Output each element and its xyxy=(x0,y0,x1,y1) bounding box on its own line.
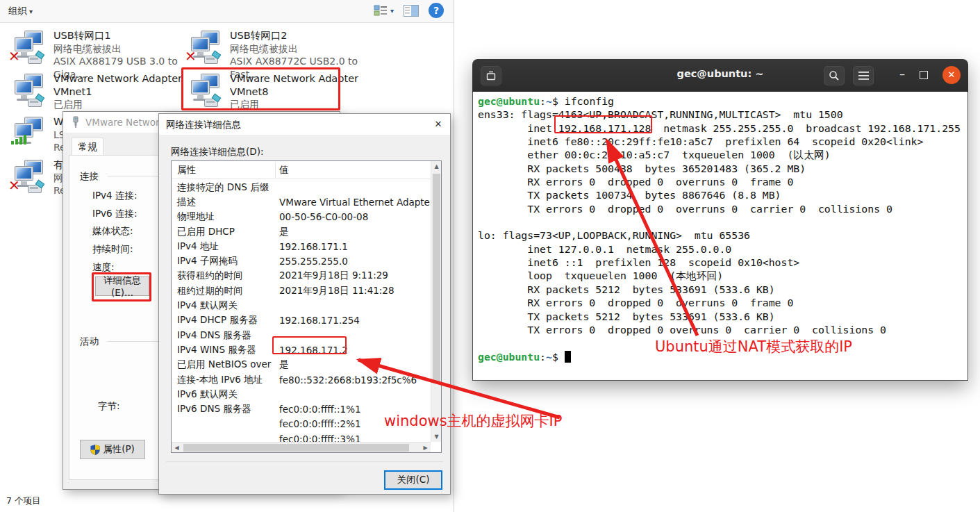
help-button[interactable]: ? xyxy=(429,3,444,18)
table-row: 连接-本地 IPv6 地址fe80::532:2668:b193:2f5c%6 xyxy=(172,372,431,387)
scrollbar-thumb[interactable] xyxy=(183,444,409,452)
change-view-button[interactable]: ▾ xyxy=(374,4,394,17)
adapter-item-usb1[interactable]: ✕ USB转网口1 网络电缆被拔出 ASIX AX88179 USB 3.0 t… xyxy=(10,29,183,71)
details-table-rows: 连接特定的 DNS 后缀描述VMware Virtual Ethernet Ad… xyxy=(172,180,431,446)
table-header: 属性 值 xyxy=(172,161,431,179)
table-row: IPv6 默认网关 xyxy=(172,387,431,402)
network-adapter-enabled-icon xyxy=(10,74,49,111)
scroll-up-icon[interactable]: ▲ xyxy=(431,161,442,172)
annotation-windows-ip: windows主机的虚拟网卡IP xyxy=(384,411,562,431)
terminal-line: RX packets 5212 bytes 533691 (533.6 KB) xyxy=(478,283,967,297)
red-x-icon: ✕ xyxy=(8,179,20,192)
ipv6-connect-label: IPv6 连接: xyxy=(92,208,138,220)
menu-button[interactable] xyxy=(853,66,874,85)
network-details-dialog: 网络连接详细信息 ✕ 网络连接详细信息(D): 属性 值 连接特定的 DNS 后… xyxy=(158,113,451,495)
group-activity-label: 活动 xyxy=(80,336,99,348)
table-row: 获得租约的时间2021年9月18日 9:11:29 xyxy=(172,269,431,283)
organize-label: 组织 xyxy=(8,5,27,16)
table-row: 租约过期的时间2021年9月18日 11:41:28 xyxy=(172,283,431,298)
terminal-line: RX packets 500438 bytes 365201483 (365.2… xyxy=(478,163,967,176)
item-count-label: 7 个项目 xyxy=(6,495,40,507)
rj45-plug-icon xyxy=(28,185,42,193)
uac-shield-icon xyxy=(90,445,100,455)
terminal-cursor xyxy=(565,351,571,363)
tab-general[interactable]: 常规 xyxy=(72,138,103,156)
dialog-divider xyxy=(166,461,443,462)
rj45-plug-icon xyxy=(204,56,218,64)
terminal-line: inet 192.168.171.128 netmask 255.255.255… xyxy=(478,122,967,135)
terminal-line: ens33: flags=4163<UP,BROADCAST,RUNNING,M… xyxy=(478,108,967,122)
adapter-status: 网络电缆被拔出 xyxy=(230,42,359,56)
horizontal-scrollbar[interactable]: ◀ ▶ xyxy=(172,442,431,452)
network-adapter-wifi-icon xyxy=(10,117,49,154)
vertical-scrollbar[interactable]: ▲ ▼ xyxy=(431,161,441,442)
terminal-line: gec@ubuntu:~$ ifconfig xyxy=(478,95,967,108)
table-row: IPv4 地址192.168.171.1 xyxy=(172,239,431,254)
terminal-line xyxy=(478,216,967,229)
highlight-box-terminal-ip xyxy=(554,115,652,133)
highlight-box-vmnet8 xyxy=(181,67,340,110)
table-row: 物理地址00-50-56-C0-00-08 xyxy=(172,210,431,224)
minimize-button[interactable]: – xyxy=(892,65,913,85)
hamburger-menu-icon xyxy=(858,72,869,80)
terminal-line: inet6 fe80::20c:29ff:fe10:a5c7 prefixlen… xyxy=(478,135,967,149)
adapter-status: 网络电缆被拔出 xyxy=(53,42,183,56)
table-row: 已启用 NetBIOS over Tc...是 xyxy=(172,358,431,372)
network-adapter-disconnected-icon: ✕ xyxy=(186,31,225,68)
preview-pane-icon xyxy=(404,5,419,17)
wifi-signal-icon xyxy=(11,135,26,144)
scroll-left-icon[interactable]: ◀ xyxy=(172,443,182,453)
annotation-ubuntu-ip: Ubuntu通过NAT模式获取的IP xyxy=(655,337,852,356)
adapter-name: USB转网口2 xyxy=(230,29,359,42)
column-property: 属性 xyxy=(177,164,196,176)
scrollbar-thumb[interactable] xyxy=(433,174,440,382)
close-button[interactable]: ✕ xyxy=(942,66,961,84)
scroll-right-icon[interactable]: ▶ xyxy=(420,443,431,453)
red-x-icon: ✕ xyxy=(185,49,197,63)
scroll-down-icon[interactable]: ▼ xyxy=(431,431,442,442)
table-row: 已启用 DHCP是 xyxy=(172,224,431,239)
terminal-line: lo: flags=73<UP,LOOPBACK,RUNNING> mtu 65… xyxy=(478,229,967,242)
details-table: 属性 值 连接特定的 DNS 后缀描述VMware Virtual Ethern… xyxy=(171,160,442,453)
adapter-item-usb2[interactable]: ✕ USB转网口2 网络电缆被拔出 ASIX AX88772C USB2.0 t… xyxy=(186,29,360,71)
rj45-plug-icon xyxy=(28,56,42,64)
ipv4-connect-label: IPv4 连接: xyxy=(92,190,138,202)
explorer-toolbar: 组织▾ ▾ ? xyxy=(0,0,454,23)
view-options-icon xyxy=(374,4,388,17)
terminal-line: TX errors 0 dropped 0 overruns 0 carrier… xyxy=(478,324,967,337)
organize-menu[interactable]: 组织▾ xyxy=(8,5,33,17)
dialog-title: 网络连接详细信息 xyxy=(166,119,241,131)
table-row: 连接特定的 DNS 后缀 xyxy=(172,180,431,195)
table-row: 描述VMware Virtual Ethernet Adapter for xyxy=(172,195,431,209)
highlight-box-wins-ip xyxy=(272,336,347,354)
close-button[interactable]: 关闭(C) xyxy=(384,470,442,490)
terminal-line: loop txqueuelen 1000 (本地环回) xyxy=(478,270,967,283)
terminal-line: ether 00:0c:29:10:a5:c7 txqueuelen 1000 … xyxy=(478,149,967,162)
terminal-window: gec@ubuntu: ~ – ✕ gec@ubuntu:~$ ifconfig… xyxy=(472,59,968,381)
adapter-name: VMware Network Adapter VMnet1 xyxy=(53,72,183,98)
network-adapter-disconnected-icon: ✕ xyxy=(10,31,49,68)
media-state-label: 媒体状态: xyxy=(92,225,133,238)
terminal-line: inet6 ::1 prefixlen 128 scopeid 0x10<hos… xyxy=(478,256,967,270)
dialog-titlebar[interactable]: 网络连接详细信息 ✕ xyxy=(159,114,450,135)
search-button[interactable] xyxy=(824,66,845,85)
terminal-line: RX errors 0 dropped 0 overruns 0 frame 0 xyxy=(478,297,967,310)
duration-label: 持续时间: xyxy=(92,243,133,256)
terminal-line: TX errors 0 dropped 0 overruns 0 carrier… xyxy=(478,203,967,216)
properties-button[interactable]: 属性(P) xyxy=(80,440,145,459)
adapter-device-icon xyxy=(70,116,81,129)
table-row: IPv4 DHCP 服务器192.168.171.254 xyxy=(172,313,431,328)
table-row: IPv4 子网掩码255.255.255.0 xyxy=(172,254,431,268)
rj45-plug-icon xyxy=(28,99,42,107)
close-icon[interactable]: ✕ xyxy=(426,114,450,135)
preview-pane-button[interactable] xyxy=(404,5,419,17)
network-adapter-disconnected-icon: ✕ xyxy=(10,160,49,197)
search-icon xyxy=(829,70,840,81)
maximize-button[interactable] xyxy=(920,71,928,79)
details-field-label: 网络连接详细信息(D): xyxy=(171,146,263,158)
terminal-line: TX packets 100734 bytes 8867646 (8.8 MB) xyxy=(478,189,967,202)
adapter-name: USB转网口1 xyxy=(53,29,183,42)
terminal-titlebar[interactable]: gec@ubuntu: ~ – ✕ xyxy=(472,59,968,92)
properties-button-label: 属性(P) xyxy=(103,443,135,456)
adapter-item-vmnet1[interactable]: VMware Network Adapter VMnet1 已启用 xyxy=(10,72,183,114)
